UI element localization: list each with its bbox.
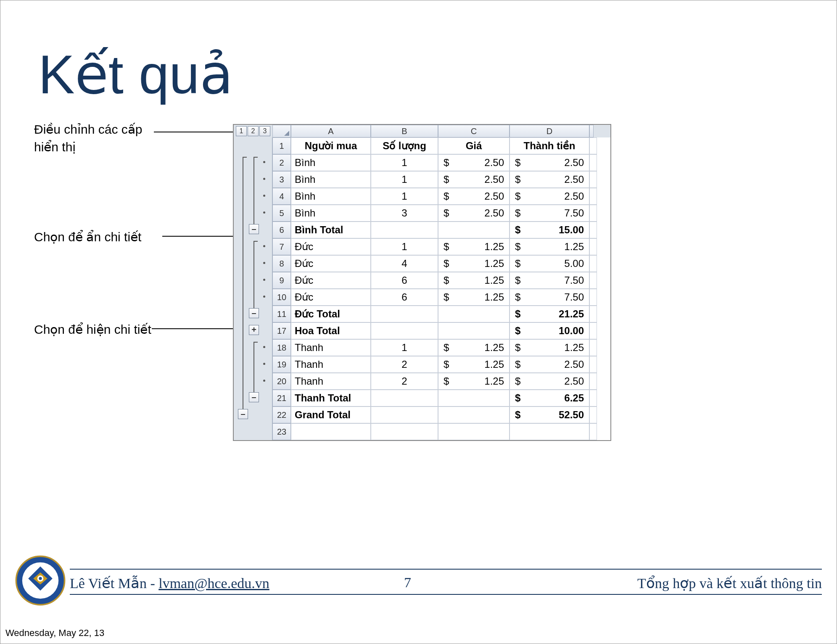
cell[interactable]: 2 (371, 356, 438, 373)
cell[interactable] (438, 322, 510, 339)
cell[interactable] (510, 423, 589, 440)
cell[interactable]: 6 (371, 272, 438, 289)
row-number[interactable]: 18 (272, 339, 291, 356)
cell[interactable]: Giá (438, 137, 510, 154)
row-number[interactable]: 23 (272, 423, 291, 440)
cell[interactable]: Thanh (291, 356, 371, 373)
cell[interactable]: $1.25 (438, 289, 510, 306)
cell[interactable]: $2.50 (438, 205, 510, 222)
cell[interactable]: $1.25 (510, 339, 589, 356)
cell[interactable]: Thành tiền (510, 137, 589, 154)
cell[interactable]: $1.25 (438, 272, 510, 289)
outline-collapse-icon[interactable]: – (249, 224, 259, 234)
cell[interactable]: 2 (371, 373, 438, 390)
cell[interactable]: Thanh (291, 373, 371, 390)
row-number[interactable]: 1 (272, 137, 291, 154)
cell[interactable]: $2.50 (510, 154, 589, 171)
col-C[interactable]: C (438, 125, 510, 137)
row-number[interactable]: 6 (272, 222, 291, 238)
cell[interactable]: 1 (371, 238, 438, 255)
cell[interactable]: 1 (371, 154, 438, 171)
cell[interactable] (371, 322, 438, 339)
cell[interactable]: Đức (291, 238, 371, 255)
row-number[interactable]: 3 (272, 171, 291, 188)
row-number[interactable]: 21 (272, 390, 291, 406)
cell[interactable]: Đức (291, 255, 371, 272)
cell[interactable]: $1.25 (438, 356, 510, 373)
outline-level-2[interactable]: 2 (248, 126, 259, 136)
row-number[interactable]: 19 (272, 356, 291, 373)
cell[interactable]: Thanh Total (291, 390, 371, 406)
cell[interactable]: Bình (291, 171, 371, 188)
cell[interactable]: $15.00 (510, 222, 589, 238)
cell[interactable]: $2.50 (438, 154, 510, 171)
cell[interactable] (438, 306, 510, 322)
row-number[interactable]: 8 (272, 255, 291, 272)
cell[interactable]: Bình (291, 188, 371, 205)
cell[interactable]: Hoa Total (291, 322, 371, 339)
cell[interactable]: Bình (291, 154, 371, 171)
cell[interactable]: $2.50 (438, 171, 510, 188)
outline-collapse-icon[interactable]: – (249, 308, 259, 318)
col-B[interactable]: B (371, 125, 438, 137)
cell[interactable]: $1.25 (438, 255, 510, 272)
outline-expand-icon[interactable]: + (249, 325, 259, 335)
cell[interactable]: Bình Total (291, 222, 371, 238)
cell[interactable]: Người mua (291, 137, 371, 154)
cell[interactable]: 1 (371, 171, 438, 188)
cell[interactable]: $21.25 (510, 306, 589, 322)
cell[interactable]: $10.00 (510, 322, 589, 339)
outline-collapse-icon[interactable]: – (249, 392, 259, 402)
row-number[interactable]: 7 (272, 238, 291, 255)
cell[interactable]: $2.50 (510, 356, 589, 373)
cell[interactable]: 1 (371, 188, 438, 205)
cell[interactable] (371, 390, 438, 406)
col-A[interactable]: A (291, 125, 371, 137)
cell[interactable]: Thanh (291, 339, 371, 356)
cell[interactable] (371, 423, 438, 440)
row-number[interactable]: 9 (272, 272, 291, 289)
row-number[interactable]: 11 (272, 306, 291, 322)
outline-level-1[interactable]: 1 (236, 126, 247, 136)
cell[interactable] (438, 222, 510, 238)
cell[interactable]: $52.50 (510, 406, 589, 423)
cell[interactable]: Đức (291, 272, 371, 289)
row-number[interactable]: 4 (272, 188, 291, 205)
cell[interactable]: Đức (291, 289, 371, 306)
select-all-triangle[interactable] (272, 125, 291, 137)
row-number[interactable]: 17 (272, 322, 291, 339)
row-number[interactable]: 10 (272, 289, 291, 306)
cell[interactable] (438, 423, 510, 440)
cell[interactable]: 1 (371, 339, 438, 356)
cell[interactable] (371, 222, 438, 238)
cell[interactable]: Bình (291, 205, 371, 222)
col-D[interactable]: D (510, 125, 589, 137)
cell[interactable]: 3 (371, 205, 438, 222)
cell[interactable]: $7.50 (510, 272, 589, 289)
row-number[interactable]: 22 (272, 406, 291, 423)
outline-collapse-icon[interactable]: – (238, 409, 248, 419)
cell[interactable] (438, 406, 510, 423)
cell[interactable]: $2.50 (510, 188, 589, 205)
row-number[interactable]: 5 (272, 205, 291, 222)
outline-level-3[interactable]: 3 (259, 126, 270, 136)
cell[interactable] (371, 406, 438, 423)
cell[interactable]: 6 (371, 289, 438, 306)
cell[interactable]: Số lượng (371, 137, 438, 154)
cell[interactable]: $7.50 (510, 205, 589, 222)
cell[interactable]: $2.50 (438, 188, 510, 205)
cell[interactable]: Đức Total (291, 306, 371, 322)
cell[interactable]: $7.50 (510, 289, 589, 306)
cell[interactable] (291, 423, 371, 440)
cell[interactable]: $1.25 (438, 373, 510, 390)
cell[interactable]: $6.25 (510, 390, 589, 406)
row-number[interactable]: 20 (272, 373, 291, 390)
cell[interactable]: $2.50 (510, 373, 589, 390)
cell[interactable] (438, 390, 510, 406)
cell[interactable]: $1.25 (438, 339, 510, 356)
cell[interactable]: $5.00 (510, 255, 589, 272)
cell[interactable]: $1.25 (438, 238, 510, 255)
cell[interactable]: 4 (371, 255, 438, 272)
cell[interactable]: Grand Total (291, 406, 371, 423)
cell[interactable]: $1.25 (510, 238, 589, 255)
